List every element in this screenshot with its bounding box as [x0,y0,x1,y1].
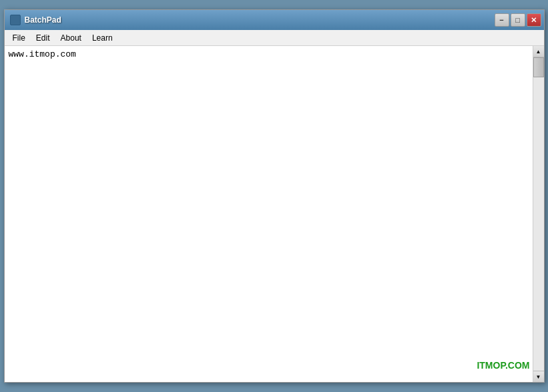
text-editor[interactable] [5,46,533,382]
maximize-button[interactable]: □ [511,13,525,27]
menu-bar: File Edit About Learn [5,30,544,46]
scrollbar-thumb[interactable] [533,57,544,77]
title-bar-left: BatchPad [10,15,61,25]
window-controls: − □ ✕ [495,13,541,27]
application-window: BatchPad − □ ✕ File Edit About Learn [4,9,545,383]
watermark: ITMOP.COM [477,360,529,371]
title-bar: BatchPad − □ ✕ [5,10,544,30]
scrollbar-up-button[interactable]: ▲ [533,46,544,57]
minimize-button[interactable]: − [495,13,509,27]
menu-edit[interactable]: Edit [31,31,55,45]
window-title: BatchPad [25,15,61,25]
close-button[interactable]: ✕ [527,13,541,27]
menu-learn[interactable]: Learn [87,31,118,45]
menu-about[interactable]: About [55,31,87,45]
scrollbar: ▲ ▼ [533,46,544,382]
menu-file[interactable]: File [7,31,31,45]
app-icon [10,15,21,25]
scrollbar-track[interactable] [533,57,544,371]
content-area: ▲ ▼ [5,46,544,382]
scrollbar-down-button[interactable]: ▼ [533,371,544,382]
